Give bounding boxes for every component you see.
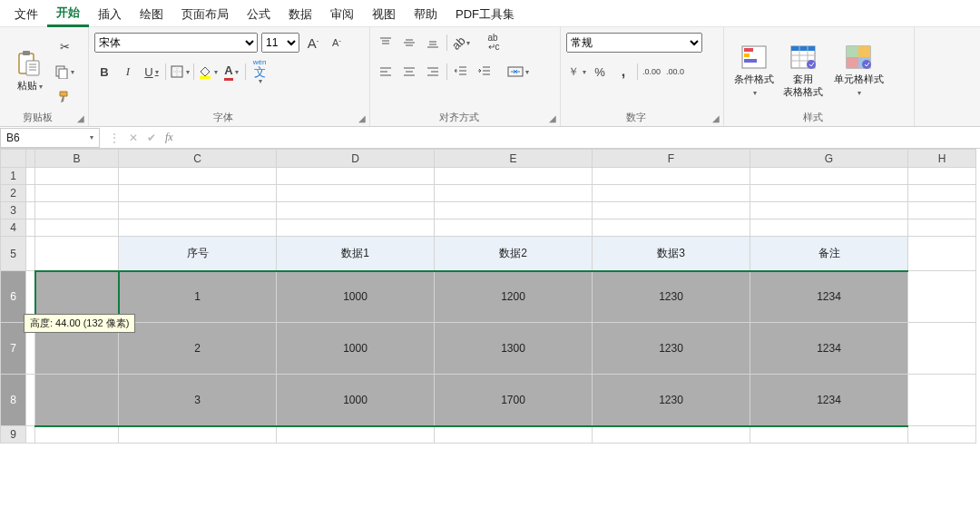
comma-style-button[interactable]: , xyxy=(613,62,633,82)
group-label-font: 字体 xyxy=(89,111,357,124)
chevron-down-icon: ▾ xyxy=(88,133,93,141)
row-header[interactable]: 2 xyxy=(1,185,26,202)
tab-draw[interactable]: 绘图 xyxy=(131,1,172,26)
increase-font-button[interactable]: Aˆ xyxy=(303,33,323,53)
number-launcher[interactable]: ◢ xyxy=(710,113,721,124)
row-header[interactable]: 9 xyxy=(1,426,26,444)
table-header-cell[interactable]: 序号 xyxy=(119,237,277,271)
align-right-button[interactable] xyxy=(423,62,443,82)
fx-icon[interactable]: fx xyxy=(165,131,173,144)
col-header[interactable]: B xyxy=(35,150,119,168)
table-cell[interactable]: 1700 xyxy=(435,375,593,426)
row-header[interactable]: 4 xyxy=(1,219,26,237)
font-launcher[interactable]: ◢ xyxy=(357,113,368,124)
table-cell[interactable]: 1000 xyxy=(277,323,435,375)
col-header[interactable]: G xyxy=(750,150,908,168)
row-header[interactable]: 8 xyxy=(1,375,26,426)
table-cell[interactable]: 1300 xyxy=(435,323,593,375)
menu-tabs: 文件 开始 插入 绘图 页面布局 公式 数据 审阅 视图 帮助 PDF工具集 xyxy=(0,0,980,27)
copy-button[interactable]: ▾ xyxy=(54,62,74,82)
merge-center-button[interactable]: ▾ xyxy=(507,62,529,82)
table-cell[interactable]: 1000 xyxy=(277,375,435,426)
col-header-a[interactable] xyxy=(26,150,35,168)
table-cell[interactable]: 1230 xyxy=(593,323,750,375)
tab-layout[interactable]: 页面布局 xyxy=(172,1,238,26)
tab-view[interactable]: 视图 xyxy=(363,1,405,26)
tab-pdf[interactable]: PDF工具集 xyxy=(446,1,524,26)
table-cell[interactable]: 1230 xyxy=(593,375,750,426)
decrease-decimal-button[interactable]: .00.0 xyxy=(665,62,685,82)
confirm-edit-button[interactable]: ✔ xyxy=(147,132,156,144)
format-as-table-button[interactable]: 套用 表格格式 xyxy=(779,31,828,110)
table-header-cell[interactable]: 数据3 xyxy=(593,237,750,271)
borders-button[interactable]: ▾ xyxy=(170,62,190,82)
font-size-select[interactable]: 11 xyxy=(261,33,299,53)
fill-color-button[interactable]: ▾ xyxy=(198,62,218,82)
spreadsheet-grid[interactable]: 高度: 44.00 (132 像素) B C D E F G H 1 2 3 xyxy=(0,149,980,444)
phonetic-button[interactable]: wén文▾ xyxy=(250,62,270,82)
cancel-edit-button[interactable]: ✕ xyxy=(129,132,138,144)
group-label-clipboard: 剪贴板 xyxy=(0,111,75,124)
increase-indent-button[interactable] xyxy=(475,62,495,82)
col-header[interactable]: H xyxy=(908,150,976,168)
table-cell[interactable]: 1234 xyxy=(750,271,908,323)
row-header[interactable]: 1 xyxy=(1,168,26,185)
align-middle-button[interactable] xyxy=(399,33,419,53)
table-header-cell[interactable]: 数据1 xyxy=(277,237,435,271)
orientation-button[interactable]: ab▾ xyxy=(451,33,471,53)
underline-button[interactable]: U▾ xyxy=(142,62,162,82)
number-format-select[interactable]: 常规 xyxy=(566,33,702,53)
decrease-indent-button[interactable] xyxy=(451,62,471,82)
alignment-launcher[interactable]: ◢ xyxy=(547,113,558,124)
table-cell[interactable]: 3 xyxy=(119,375,277,426)
tab-insert[interactable]: 插入 xyxy=(89,1,131,26)
increase-decimal-button[interactable]: .0.00 xyxy=(642,62,662,82)
table-cell[interactable]: 1200 xyxy=(435,271,593,323)
tab-help[interactable]: 帮助 xyxy=(405,1,446,26)
decrease-font-button[interactable]: Aˇ xyxy=(327,33,347,53)
align-bottom-button[interactable] xyxy=(423,33,443,53)
col-header[interactable]: C xyxy=(119,150,277,168)
paste-button[interactable]: 粘贴▾ xyxy=(5,31,54,110)
table-cell[interactable]: 2 xyxy=(119,323,277,375)
table-cell[interactable]: 1230 xyxy=(593,271,750,323)
italic-button[interactable]: I xyxy=(118,62,138,82)
format-painter-button[interactable] xyxy=(54,87,74,107)
clipboard-launcher[interactable]: ◢ xyxy=(75,113,86,124)
name-box[interactable]: B6 ▾ xyxy=(0,128,100,148)
conditional-format-button[interactable]: 条件格式▾ xyxy=(730,31,779,110)
expand-handle-icon[interactable]: ⋮ xyxy=(109,132,120,144)
percent-button[interactable]: % xyxy=(590,62,610,82)
cut-button[interactable]: ✂ xyxy=(54,37,74,57)
table-header-cell[interactable]: 数据2 xyxy=(435,237,593,271)
align-left-button[interactable] xyxy=(376,62,396,82)
font-color-button[interactable]: A▾ xyxy=(221,62,241,82)
table-cell[interactable]: 1234 xyxy=(750,375,908,426)
row-header[interactable]: 3 xyxy=(1,202,26,219)
col-header[interactable]: E xyxy=(435,150,593,168)
accounting-format-button[interactable]: ￥▾ xyxy=(566,62,586,82)
table-cell[interactable]: 1234 xyxy=(750,323,908,375)
tab-review[interactable]: 审阅 xyxy=(321,1,363,26)
formula-input[interactable] xyxy=(182,128,980,148)
table-cell[interactable] xyxy=(35,375,119,426)
align-top-button[interactable] xyxy=(376,33,396,53)
row-header[interactable]: 6 xyxy=(1,271,26,323)
row-header[interactable]: 7 xyxy=(1,323,26,375)
table-header-cell[interactable]: 备注 xyxy=(750,237,908,271)
select-all-button[interactable] xyxy=(1,150,26,168)
wrap-text-button[interactable]: ab↵c xyxy=(484,33,504,53)
cell-styles-button[interactable]: 单元格样式▾ xyxy=(828,31,889,110)
tab-data[interactable]: 数据 xyxy=(279,1,321,26)
col-header[interactable]: D xyxy=(277,150,435,168)
tab-formula[interactable]: 公式 xyxy=(238,1,279,26)
align-center-button[interactable] xyxy=(399,62,419,82)
col-header[interactable]: F xyxy=(593,150,750,168)
font-name-select[interactable]: 宋体 xyxy=(94,33,258,53)
bold-button[interactable]: B xyxy=(94,62,114,82)
tab-home[interactable]: 开始 xyxy=(47,0,89,27)
table-cell[interactable]: 1000 xyxy=(277,271,435,323)
table-cell[interactable]: 1 xyxy=(119,271,277,323)
row-header[interactable]: 5 xyxy=(1,237,26,271)
tab-file[interactable]: 文件 xyxy=(5,1,47,26)
